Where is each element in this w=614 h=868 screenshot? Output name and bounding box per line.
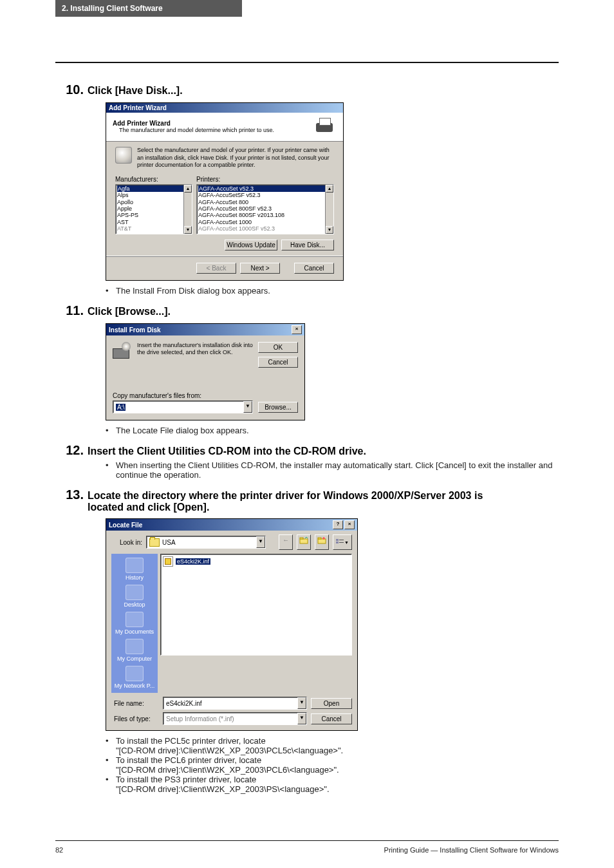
svg-rect-3 <box>318 538 321 539</box>
wizard-info: Select the manufacturer and model of you… <box>115 147 334 169</box>
places-bar: History Desktop My Documents My Computer… <box>111 554 158 693</box>
new-folder-icon[interactable] <box>315 534 329 550</box>
step-title: Click [Have Disk...]. <box>88 85 183 97</box>
back-button[interactable]: < Back <box>196 263 236 274</box>
wizard-header-title: Add Printer Wizard <box>113 120 274 127</box>
scroll-up-icon[interactable]: ▲ <box>184 185 192 193</box>
step-10: 10. Click [Have Disk...]. <box>55 82 559 97</box>
bullet-icon: • <box>106 286 116 296</box>
sidebar-item-label: My Network P... <box>115 683 154 689</box>
note-text: The Install From Disk dialog box appears… <box>116 286 559 296</box>
bullet-icon: • <box>106 736 116 746</box>
note: • The Install From Disk dialog box appea… <box>106 286 559 296</box>
footer-text: Printing Guide — Installing Client Softw… <box>384 846 559 854</box>
windows-update-button[interactable]: Windows Update <box>225 240 277 250</box>
svg-rect-6 <box>339 540 344 540</box>
note: • To install the PCL6 printer driver, lo… <box>106 755 559 765</box>
cancel-button[interactable]: Cancel <box>258 357 298 368</box>
sidebar-item-mydocuments[interactable]: My Documents <box>111 612 158 635</box>
close-icon[interactable]: × <box>344 520 355 529</box>
locate-bottom: File name: eS4cki2K.inf ▼ Open Files of … <box>111 697 352 725</box>
step-title: Insert the Client Utilities CD-ROM into … <box>88 446 366 457</box>
browse-button[interactable]: Browse... <box>258 402 298 413</box>
list-item[interactable]: APS-PS <box>117 212 191 218</box>
sidebar-item-label: Desktop <box>124 601 145 608</box>
file-name: eS4cki2K.inf <box>176 558 210 565</box>
list-item[interactable]: Agfa <box>117 185 191 192</box>
list-item[interactable]: AST <box>117 219 191 225</box>
copy-from-combobox[interactable]: A:\ ▼ <box>113 401 253 413</box>
file-list[interactable]: eS4cki2K.inf <box>160 554 352 656</box>
filename-input[interactable]: eS4cki2K.inf ▼ <box>163 697 307 710</box>
step-number: 10. <box>55 82 84 97</box>
chevron-down-icon[interactable]: ▼ <box>297 697 306 709</box>
list-item[interactable]: Apple <box>117 205 191 212</box>
list-item[interactable]: Alps <box>117 192 191 198</box>
cancel-button[interactable]: Cancel <box>311 713 352 724</box>
list-item[interactable]: AGFA-AccuSet v52.3 <box>198 185 332 192</box>
manufacturers-listbox[interactable]: Agfa Alps Apollo Apple APS-PS AST AT&T ▲… <box>115 184 192 234</box>
sidebar-item-label: History <box>126 574 144 581</box>
next-button[interactable]: Next > <box>240 263 280 274</box>
close-icon[interactable]: × <box>292 325 302 334</box>
printers-listbox[interactable]: AGFA-AccuSet v52.3 AGFA-AccuSetSF v52.3 … <box>196 184 334 234</box>
sidebar-item-mycomputer[interactable]: My Computer <box>111 639 158 662</box>
open-button[interactable]: Open <box>311 698 352 709</box>
back-button[interactable]: ← <box>279 534 293 550</box>
scroll-down-icon[interactable]: ▼ <box>184 226 192 234</box>
install-from-disk-dialog: Install From Disk × Insert the manufactu… <box>106 323 305 420</box>
step-number: 13. <box>55 487 84 502</box>
list-item[interactable]: AT&T <box>117 225 191 232</box>
list-item[interactable]: eS4cki2K.inf <box>163 556 349 567</box>
filetype-combobox[interactable]: Setup Information (*.inf) ▼ <box>163 712 307 725</box>
ok-button[interactable]: OK <box>258 342 298 353</box>
cancel-button[interactable]: Cancel <box>294 263 334 274</box>
help-icon[interactable]: ? <box>333 520 343 529</box>
step-11: 11. Click [Browse...]. <box>55 303 559 318</box>
chevron-down-icon: ▼ <box>344 540 349 545</box>
step-number: 12. <box>55 443 84 458</box>
have-disk-button[interactable]: Have Disk... <box>281 240 334 250</box>
chevron-down-icon[interactable]: ▼ <box>256 536 265 548</box>
sidebar-item-desktop[interactable]: Desktop <box>111 585 158 608</box>
svg-rect-4 <box>336 539 339 541</box>
list-item[interactable]: AGFA-AccuSetSF v52.3 <box>198 192 332 198</box>
list-item[interactable]: AGFA-AccuSet 800 <box>198 199 332 205</box>
lookin-row: Look in: USA ▼ ← <box>111 534 352 550</box>
list-item[interactable]: Apollo <box>117 199 191 205</box>
locate-file-dialog: Locate File ? × Look in: USA ▼ ← <box>106 518 358 731</box>
computer-icon <box>126 639 144 654</box>
wizard-footer: < Back Next > Cancel <box>106 256 343 280</box>
wizard-header: Add Printer Wizard The manufacturer and … <box>106 113 343 142</box>
scroll-up-icon[interactable]: ▲ <box>326 185 333 193</box>
svg-rect-5 <box>336 542 339 543</box>
sidebar-item-history[interactable]: History <box>111 558 158 581</box>
history-icon <box>126 558 144 573</box>
lookin-combobox[interactable]: USA ▼ <box>146 536 266 549</box>
dialog-body: Look in: USA ▼ ← <box>106 531 357 730</box>
up-folder-icon[interactable] <box>297 534 311 550</box>
note: • The Locate File dialog box appears. <box>106 426 559 435</box>
list-item[interactable]: AGFA-AccuSet 800SF v2013.108 <box>198 212 332 218</box>
lookin-value: USA <box>162 539 176 546</box>
sidebar-item-mynetwork[interactable]: My Network P... <box>111 666 158 689</box>
list-item[interactable]: AGFA-AccuSet 800SF v52.3 <box>198 205 332 212</box>
page: 2. Installing Client Software 10. Click … <box>0 0 614 868</box>
sidebar-item-label: My Computer <box>117 656 152 662</box>
manufacturers-column: Manufacturers: Agfa Alps Apollo Apple AP… <box>115 176 192 234</box>
chevron-down-icon[interactable]: ▼ <box>297 713 306 724</box>
note-text: When inserting the Client Utilities CD-R… <box>116 460 559 480</box>
combobox-value: A:\ <box>116 404 126 411</box>
view-menu-button[interactable]: ▼ <box>333 534 352 550</box>
filetype-label: Files of type: <box>114 715 159 722</box>
list-item[interactable]: AGFA-AccuSet 1000SF v52.3 <box>198 225 332 232</box>
chevron-down-icon[interactable]: ▼ <box>243 401 252 413</box>
step-13: 13. Locate the directory where the print… <box>55 487 559 513</box>
note: • When inserting the Client Utilities CD… <box>106 460 559 480</box>
dialog-titlebar: Locate File ? × <box>106 519 357 531</box>
list-item[interactable]: AGFA-AccuSet 1000 <box>198 219 332 225</box>
dialog-title: Locate File <box>109 522 142 529</box>
dialog-body: Insert the manufacturer's installation d… <box>106 335 304 420</box>
titlebar-buttons: × <box>292 325 302 334</box>
scroll-down-icon[interactable]: ▼ <box>326 226 333 234</box>
